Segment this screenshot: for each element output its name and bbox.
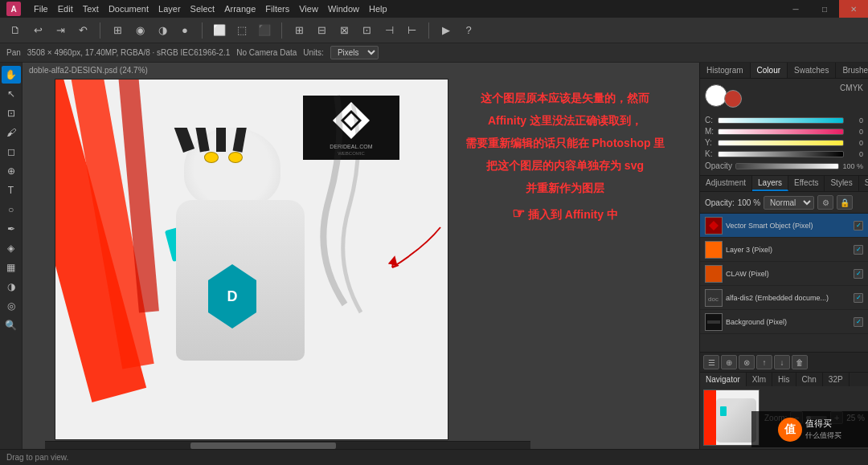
- layer-item-3[interactable]: doc alfa-dis2 (Embedded docume...) ✓: [700, 286, 868, 310]
- view-button[interactable]: ◉: [129, 20, 150, 41]
- move-tool[interactable]: ↖: [2, 85, 21, 103]
- snap-button[interactable]: ⊠: [334, 20, 354, 41]
- menu-help[interactable]: Help: [369, 4, 387, 14]
- nav-tab-chn[interactable]: Chn: [796, 373, 823, 386]
- crop-tool[interactable]: ⊡: [2, 104, 21, 122]
- blur-tool[interactable]: ◎: [2, 297, 21, 315]
- text-tool[interactable]: T: [2, 182, 21, 199]
- layer-item-1[interactable]: Layer 3 (Pixel) ✓: [700, 238, 868, 262]
- add-layer-button[interactable]: ⊕: [721, 355, 737, 369]
- layer-item-0[interactable]: Vector Smart Object (Pixel) ✓: [700, 214, 868, 238]
- m-slider[interactable]: [718, 128, 844, 135]
- color-button[interactable]: ◑: [152, 20, 173, 41]
- pen-tool[interactable]: ✒: [2, 220, 21, 238]
- minimize-button[interactable]: ─: [781, 0, 810, 18]
- nav-tab-32p[interactable]: 32P: [823, 373, 850, 386]
- canvas-area[interactable]: doble-alfa2-DESIGN.psd (24.7%) DERIDEAL.…: [23, 63, 699, 449]
- move-layer-up-button[interactable]: ↑: [756, 355, 772, 369]
- menu-bar[interactable]: File Edit Text Document Layer Select Arr…: [34, 4, 387, 14]
- maximize-button[interactable]: □: [810, 0, 839, 18]
- gradient-tool[interactable]: ▦: [2, 259, 21, 276]
- shape-tool[interactable]: ○: [2, 201, 21, 218]
- transform-button[interactable]: ⬜: [209, 20, 230, 41]
- mode-button[interactable]: ●: [174, 20, 195, 41]
- foreground-color-swatch[interactable]: [724, 90, 742, 108]
- layer-visible-3[interactable]: ✓: [854, 293, 863, 303]
- layer-name-3: alfa-dis2 (Embedded docume...): [726, 294, 850, 302]
- layer-visible-1[interactable]: ✓: [854, 245, 863, 255]
- c-value: 0: [847, 116, 863, 124]
- zoom-tool[interactable]: 🔍: [2, 316, 21, 334]
- opacity-slider[interactable]: [735, 163, 840, 169]
- layer-item-2[interactable]: CLAW (Pixel) ✓: [700, 262, 868, 286]
- blend-mode-select[interactable]: Normal Multiply Screen Overlay: [764, 196, 814, 210]
- layer-visible-2[interactable]: ✓: [854, 269, 863, 279]
- close-button[interactable]: ✕: [839, 0, 868, 18]
- add-mask-button[interactable]: ⊗: [739, 355, 755, 369]
- tab-stock[interactable]: Stock: [859, 176, 868, 191]
- menu-document[interactable]: Document: [108, 4, 149, 14]
- menu-layer[interactable]: Layer: [158, 4, 181, 14]
- export-button[interactable]: ⇥: [50, 20, 71, 41]
- brush-tool[interactable]: 🖌: [2, 124, 21, 141]
- menu-file[interactable]: File: [34, 4, 48, 14]
- group-button[interactable]: ⊢: [401, 20, 422, 41]
- y-slider[interactable]: [718, 140, 844, 146]
- app-logo: A: [6, 2, 21, 16]
- tab-layers[interactable]: Layers: [752, 176, 788, 191]
- menu-edit[interactable]: Edit: [58, 4, 73, 14]
- move-layer-down-button[interactable]: ↓: [774, 355, 790, 369]
- help-button[interactable]: ?: [458, 20, 479, 41]
- units-select[interactable]: Pixels Inches cm: [330, 46, 379, 59]
- grid-button[interactable]: ⊟: [311, 20, 332, 41]
- layer-lock-button[interactable]: 🔒: [837, 195, 853, 210]
- menu-arrange[interactable]: Arrange: [224, 4, 256, 14]
- new-button[interactable]: 🗋: [5, 20, 26, 41]
- tab-brushes[interactable]: Brushes: [836, 63, 868, 78]
- tab-effects[interactable]: Effects: [788, 176, 825, 191]
- tab-swatches[interactable]: Swatches: [788, 63, 836, 78]
- delete-layer-button[interactable]: 🗑: [792, 355, 808, 369]
- align-button[interactable]: ⊡: [356, 20, 377, 41]
- scrollbar-thumb-h[interactable]: [190, 443, 336, 449]
- zoom-fit-button[interactable]: ⊞: [107, 20, 128, 41]
- macro-button[interactable]: ▶: [436, 20, 457, 41]
- menu-filters[interactable]: Filters: [265, 4, 289, 14]
- layer-item-4[interactable]: Background (Pixel) ✓: [700, 310, 868, 334]
- nav-tab-his[interactable]: His: [772, 373, 796, 386]
- menu-text[interactable]: Text: [83, 4, 99, 14]
- layer-visible-0[interactable]: ✓: [854, 221, 863, 230]
- tab-styles[interactable]: Styles: [825, 176, 858, 191]
- tab-colour[interactable]: Colour: [751, 63, 788, 78]
- tab-histogram[interactable]: Histogram: [700, 63, 751, 78]
- layer-settings-button[interactable]: ⚙: [817, 195, 833, 210]
- view-tools: ⊞ ◉ ◑ ●: [107, 20, 195, 41]
- fill-tool[interactable]: ◈: [2, 239, 21, 257]
- menu-window[interactable]: Window: [328, 4, 359, 14]
- clone-tool[interactable]: ⊕: [2, 162, 21, 180]
- nav-tab-navigator[interactable]: Navigator: [700, 373, 747, 386]
- window-controls[interactable]: ─ □ ✕: [781, 0, 868, 18]
- dodge-tool[interactable]: ◑: [2, 278, 21, 296]
- undo-button[interactable]: ↶: [72, 20, 93, 41]
- menu-view[interactable]: View: [299, 4, 318, 14]
- eraser-tool[interactable]: ◻: [2, 143, 21, 161]
- layer-visible-4[interactable]: ✓: [854, 317, 863, 327]
- open-button[interactable]: ↩: [27, 20, 48, 41]
- layer-menu-button[interactable]: ☰: [703, 355, 719, 369]
- watermark-line2: 什么值得买: [805, 430, 841, 441]
- menu-select[interactable]: Select: [190, 4, 215, 14]
- watermark-text: 值得买 什么值得买: [805, 418, 841, 440]
- tab-adjustment[interactable]: Adjustment: [700, 176, 752, 191]
- nav-tab-xlm[interactable]: Xlm: [747, 373, 772, 386]
- layer-opacity-value[interactable]: 100 %: [738, 198, 760, 207]
- c-slider[interactable]: [718, 117, 844, 124]
- pixel-button[interactable]: ⊞: [289, 20, 309, 41]
- pan-tool[interactable]: ✋: [2, 66, 21, 84]
- crop-button[interactable]: ⬚: [231, 20, 252, 41]
- k-slider[interactable]: [718, 151, 844, 157]
- select-button[interactable]: ⬛: [254, 20, 275, 41]
- distribute-button[interactable]: ⊣: [379, 20, 399, 41]
- color-circles[interactable]: [705, 84, 742, 108]
- canvas-scrollbar-horizontal[interactable]: [45, 441, 530, 449]
